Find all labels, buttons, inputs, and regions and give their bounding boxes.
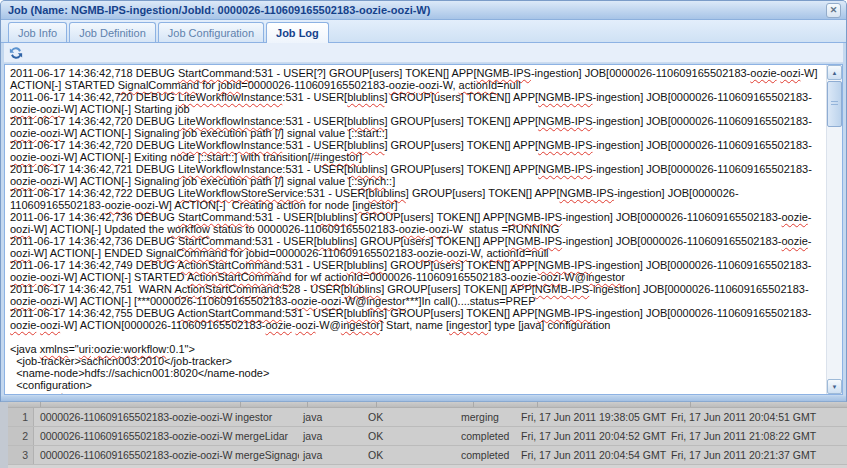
log-text[interactable]: 2011-06-17 14:36:42,718 DEBUG StartComma… — [5, 65, 825, 394]
scroll-up-icon[interactable]: ▲ — [827, 65, 842, 80]
dialog-bottom-frame — [1, 396, 846, 401]
cell-num: 1 — [8, 408, 34, 426]
log-panel: 2011-06-17 14:36:42,718 DEBUG StartComma… — [4, 64, 843, 395]
cell-num: 2 — [8, 427, 34, 445]
background-actions-grid: 10000026-110609165502183-oozie-oozi-W@in… — [0, 402, 847, 468]
cell-end-time: Fri, 17 Jun 2011 20:04:51 GMT — [671, 408, 847, 426]
cell-name: mergeSignage — [233, 446, 299, 464]
grid-column-separator — [690, 402, 691, 407]
scrollbar-thumb[interactable] — [827, 81, 842, 127]
tab-job-info[interactable]: Job Info — [8, 22, 67, 42]
log-toolbar — [4, 43, 843, 63]
vertical-scrollbar[interactable]: ▲ ▼ — [826, 65, 842, 394]
cell-start-time: Fri, 17 Jun 2011 20:04:52 GMT — [521, 427, 671, 445]
dialog-titlebar: Job (Name: NGMB-IPS-ingestion/JobId: 000… — [1, 1, 846, 20]
close-icon[interactable]: ✕ — [826, 3, 841, 18]
cell-end-time: Fri, 17 Jun 2011 20:21:37 GMT — [671, 446, 847, 464]
grid-column-separator — [473, 402, 474, 407]
cell-num: 3 — [8, 446, 34, 464]
grid-column-separator — [40, 402, 41, 407]
tab-bar: Job InfoJob DefinitionJob ConfigurationJ… — [1, 20, 846, 43]
cell-transition: merging — [461, 408, 521, 426]
grid-column-separator — [240, 402, 241, 407]
tab-job-definition[interactable]: Job Definition — [69, 22, 156, 42]
actions-grid-header — [8, 402, 847, 408]
tab-job-log[interactable]: Job Log — [266, 22, 329, 43]
cell-type: java — [299, 408, 364, 426]
table-row[interactable]: 30000026-110609165502183-oozie-oozi-W@me… — [8, 446, 847, 465]
scroll-down-icon[interactable]: ▼ — [827, 379, 842, 394]
table-row[interactable]: 20000026-110609165502183-oozie-oozi-W@me… — [8, 427, 847, 446]
tab-job-configuration[interactable]: Job Configuration — [158, 22, 264, 42]
cell-type: java — [299, 427, 364, 445]
cell-start-time: Fri, 17 Jun 2011 20:04:54 GMT — [521, 446, 671, 464]
refresh-icon[interactable] — [9, 46, 23, 60]
table-row[interactable]: 10000026-110609165502183-oozie-oozi-W@in… — [8, 408, 847, 427]
cell-name: ingestor — [233, 408, 299, 426]
grid-column-separator — [307, 402, 308, 407]
job-dialog: Job (Name: NGMB-IPS-ingestion/JobId: 000… — [0, 0, 847, 402]
cell-action-id: 0000026-110609165502183-oozie-oozi-W@mer — [34, 427, 233, 445]
cell-name: mergeLidar — [233, 427, 299, 445]
scrollbar-grip — [831, 101, 838, 107]
cell-status: OK — [364, 446, 461, 464]
cell-transition: completed — [461, 427, 521, 445]
cell-status: OK — [364, 408, 461, 426]
cell-end-time: Fri, 17 Jun 2011 21:08:22 GMT — [671, 427, 847, 445]
cell-action-id: 0000026-110609165502183-oozie-oozi-W@ing… — [34, 408, 233, 426]
cell-transition: completed — [461, 446, 521, 464]
dialog-title: Job (Name: NGMB-IPS-ingestion/JobId: 000… — [8, 4, 826, 16]
cell-action-id: 0000026-110609165502183-oozie-oozi-W@mer — [34, 446, 233, 464]
screen: 10000026-110609165502183-oozie-oozi-W@in… — [0, 0, 847, 468]
grid-column-separator — [537, 402, 538, 407]
cell-status: OK — [364, 427, 461, 445]
cell-type: java — [299, 446, 364, 464]
cell-start-time: Fri, 17 Jun 2011 19:38:05 GMT — [521, 408, 671, 426]
actions-grid-rows: 10000026-110609165502183-oozie-oozi-W@in… — [8, 408, 847, 465]
grid-column-separator — [376, 402, 377, 407]
